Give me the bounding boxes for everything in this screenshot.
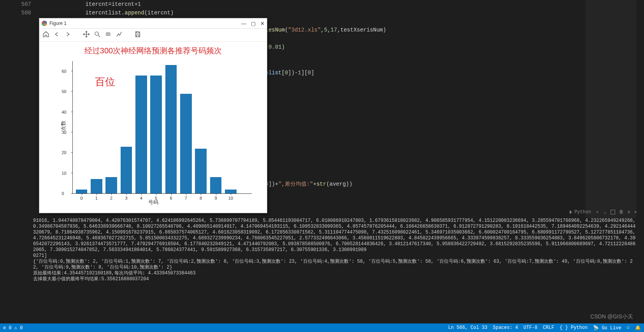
x-tick: 3	[125, 196, 127, 200]
figure-icon	[42, 21, 47, 26]
bar-1	[91, 179, 102, 193]
chevron-up-icon[interactable]: ∧	[628, 209, 630, 215]
terminal-dropdown-icon[interactable]: ⌄	[604, 209, 606, 215]
bar-5	[150, 76, 162, 193]
minimap[interactable]: ——— ———————————————— ————————— —————————…	[586, 0, 636, 218]
y-tick: 30	[62, 130, 67, 135]
axis-icon[interactable]	[116, 31, 123, 39]
x-tick: 7	[185, 196, 187, 200]
x-tick: 8	[200, 196, 202, 200]
bar-7	[180, 94, 192, 193]
figure-titlebar[interactable]: Figure 1 — ▢ ✕	[39, 18, 267, 29]
encoding[interactable]: UTF-8	[523, 325, 537, 331]
language-mode[interactable]: { } Python	[560, 325, 588, 331]
bar-10	[225, 190, 237, 193]
status-bar: ⊘ 0 ⚠ 0 Ln 566, Col 33 Spaces: 4 UTF-8 C…	[0, 323, 644, 332]
terminal-toolbar: Python ＋ ⌄ 🗑 ∧ ✕	[570, 209, 637, 215]
pan-icon[interactable]	[83, 31, 90, 39]
close-icon[interactable]: ✕	[634, 209, 637, 215]
x-tick: 4	[140, 196, 142, 200]
save-icon[interactable]	[134, 31, 141, 39]
figure-toolbar	[39, 29, 267, 42]
bar-0	[76, 190, 88, 193]
home-icon[interactable]	[42, 31, 49, 39]
go-live[interactable]: 📡 Go Live	[593, 325, 621, 331]
y-tick: 40	[62, 110, 67, 114]
subplots-icon[interactable]	[105, 31, 112, 39]
maximize-button[interactable]: ▢	[251, 21, 256, 26]
x-tick: 2	[110, 196, 112, 200]
problems-indicator[interactable]: ⊘ 0 ⚠ 0	[3, 325, 23, 331]
x-tick: 10	[228, 196, 233, 200]
trash-icon[interactable]: 🗑	[619, 209, 624, 215]
split-terminal-icon[interactable]	[611, 210, 615, 214]
x-tick: 6	[170, 196, 172, 200]
bell-icon[interactable]: 🔔	[635, 325, 641, 331]
cursor-position[interactable]: Ln 566, Col 33	[448, 325, 488, 331]
terminal-output[interactable]: 91016, 1.944748878479004, 4.420763015747…	[33, 218, 636, 322]
bar-8	[195, 149, 207, 193]
forward-icon[interactable]	[64, 31, 71, 39]
x-tick: 1	[95, 196, 98, 200]
svg-point-0	[95, 32, 98, 35]
terminal-lang-indicator[interactable]: Python	[570, 209, 591, 215]
minimize-button[interactable]: —	[241, 21, 246, 26]
back-icon[interactable]	[53, 31, 60, 39]
new-terminal-icon[interactable]: ＋	[595, 209, 600, 215]
chart-title: 经过300次神经网络预测各推荐号码频次	[44, 44, 262, 56]
x-tick: 9	[214, 196, 217, 200]
y-tick: 10	[62, 171, 67, 176]
y-tick: 0	[62, 191, 64, 196]
y-tick: 50	[62, 89, 67, 94]
zoom-icon[interactable]	[94, 31, 101, 39]
figure-title: Figure 1	[49, 21, 67, 26]
chart-axes: 0123456789100102030405060	[72, 61, 252, 194]
bar-4	[135, 76, 147, 193]
close-button[interactable]: ✕	[260, 21, 265, 26]
bar-3	[121, 147, 132, 193]
chart: 经过300次神经网络预测各推荐号码频次 次数 号码 百位 01234567891…	[44, 44, 262, 207]
y-axis-label: 次数	[60, 121, 67, 131]
bar-2	[105, 177, 117, 193]
y-tick: 60	[62, 69, 67, 74]
watermark: CSDN @GIS小天	[590, 313, 633, 320]
feedback-icon[interactable]: ☺	[627, 325, 630, 331]
eol[interactable]: CRLF	[543, 325, 554, 331]
figure-window[interactable]: Figure 1 — ▢ ✕ 经过300次神经网络预测各推荐号码频次 次数 号码…	[39, 18, 267, 213]
x-tick: 0	[80, 196, 82, 200]
bar-6	[165, 65, 177, 193]
y-tick: 20	[62, 150, 67, 155]
x-tick: 5	[155, 196, 157, 200]
bar-9	[210, 177, 222, 193]
indent-setting[interactable]: Spaces: 4	[493, 325, 518, 331]
